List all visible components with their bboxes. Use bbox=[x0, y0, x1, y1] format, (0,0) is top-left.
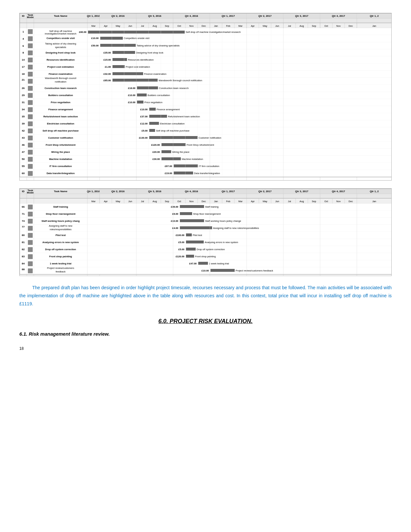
svg-rect-168 bbox=[20, 99, 392, 106]
svg-text:84: 84 bbox=[22, 262, 25, 265]
svg-text:Project cost estimation: Project cost estimation bbox=[47, 65, 74, 68]
svg-text:88: 88 bbox=[22, 268, 25, 271]
svg-rect-163 bbox=[28, 93, 33, 98]
svg-text:Jan: Jan bbox=[372, 25, 376, 27]
svg-text:IT firm consultation: IT firm consultation bbox=[49, 165, 72, 168]
svg-rect-430 bbox=[28, 269, 33, 273]
svg-text:Staff training: Staff training bbox=[205, 205, 219, 208]
svg-text:Builders consultation: Builders consultation bbox=[148, 94, 170, 97]
section-title: 6.0. PROJECT RISK EVALUATION. bbox=[19, 318, 392, 325]
svg-rect-219 bbox=[28, 143, 33, 147]
svg-rect-414 bbox=[28, 254, 33, 259]
svg-rect-381 bbox=[28, 226, 33, 231]
svg-text:Qtr 3, 2016: Qtr 3, 2016 bbox=[148, 190, 161, 193]
svg-text:notification: notification bbox=[55, 80, 66, 83]
svg-text:Assigning staff to new roles/r: Assigning staff to new roles/responsibil… bbox=[213, 227, 259, 230]
svg-text:Qtr 2, 2017: Qtr 2, 2017 bbox=[259, 190, 272, 193]
svg-text:Construction team research: Construction team research bbox=[159, 87, 189, 90]
svg-text:Staff training: Staff training bbox=[53, 205, 68, 208]
svg-rect-230 bbox=[161, 150, 171, 153]
svg-text:Aug: Aug bbox=[299, 25, 304, 27]
svg-rect-235 bbox=[28, 157, 33, 162]
svg-text:Self drop off machine investig: Self drop off machine investigation/mark… bbox=[186, 31, 241, 34]
svg-text:Sep: Sep bbox=[312, 200, 316, 203]
svg-text:Qtr 1, 2: Qtr 1, 2 bbox=[370, 15, 379, 17]
svg-rect-166 bbox=[137, 94, 147, 96]
svg-text:4: 4 bbox=[23, 37, 24, 40]
svg-text:Jul: Jul bbox=[288, 200, 291, 203]
svg-text:May: May bbox=[263, 25, 267, 27]
svg-text:May: May bbox=[116, 200, 120, 203]
svg-text:Electrician consultation: Electrician consultation bbox=[160, 122, 185, 125]
svg-text:£100.00: £100.00 bbox=[176, 234, 184, 237]
svg-text:Oct: Oct bbox=[324, 25, 328, 27]
svg-text:Qtr 1, 2016: Qtr 1, 2016 bbox=[87, 190, 100, 193]
svg-text:74: 74 bbox=[22, 220, 25, 222]
svg-text:Jul: Jul bbox=[288, 25, 291, 27]
svg-text:Dec: Dec bbox=[201, 200, 206, 203]
svg-text:Analysing errors in new system: Analysing errors in new system bbox=[43, 241, 79, 244]
svg-text:Feb: Feb bbox=[226, 200, 230, 203]
svg-text:Mar: Mar bbox=[92, 200, 96, 203]
gantt-chart-1: .gh { font-family: Arial, sans-serif; fo… bbox=[19, 13, 392, 181]
svg-text:Task Name: Task Name bbox=[54, 190, 67, 193]
svg-text:£50.00: £50.00 bbox=[91, 44, 99, 47]
subsection-title: 6.1. Risk management literature review. bbox=[19, 331, 392, 337]
svg-text:Jan: Jan bbox=[372, 200, 376, 203]
svg-text:£10.00: £10.00 bbox=[140, 108, 148, 111]
svg-text:Front shop painting: Front shop painting bbox=[49, 255, 72, 258]
svg-text:17: 17 bbox=[22, 65, 25, 68]
svg-text:IT firm consultation: IT firm consultation bbox=[199, 165, 219, 168]
gantt-chart-2: Qtr 1, 2016 Qtr 2, 2016 Qtr 3, 2016 Qtr … bbox=[19, 188, 392, 276]
svg-text:Shop floor rearrangement: Shop floor rearrangement bbox=[193, 212, 221, 215]
svg-text:£36.00: £36.00 bbox=[171, 205, 178, 208]
svg-text:6: 6 bbox=[23, 44, 24, 47]
svg-text:Apr: Apr bbox=[104, 200, 108, 203]
svg-text:Finance arrangement: Finance arrangement bbox=[157, 108, 180, 111]
svg-rect-190 bbox=[149, 115, 167, 118]
svg-text:Finance examination: Finance examination bbox=[144, 73, 166, 75]
svg-text:£35.00: £35.00 bbox=[103, 51, 111, 54]
svg-text:Oct: Oct bbox=[324, 200, 328, 203]
svg-rect-251 bbox=[28, 171, 33, 176]
svg-text:1 week testing trial: 1 week testing trial bbox=[50, 262, 71, 265]
svg-rect-97 bbox=[28, 36, 33, 41]
svg-rect-100 bbox=[100, 37, 123, 40]
svg-rect-422 bbox=[28, 261, 33, 266]
svg-text:£47.00: £47.00 bbox=[189, 262, 197, 265]
svg-text:Refurbishment team selection: Refurbishment team selection bbox=[43, 115, 78, 118]
svg-text:Data transfer/integration: Data transfer/integration bbox=[46, 172, 75, 175]
svg-text:Qtr 4, 2017: Qtr 4, 2017 bbox=[332, 190, 345, 193]
svg-text:Front shop painting: Front shop painting bbox=[195, 255, 216, 258]
svg-text:60: 60 bbox=[22, 172, 25, 175]
svg-text:Qtr 2, 2017: Qtr 2, 2017 bbox=[259, 15, 272, 17]
svg-text:83: 83 bbox=[22, 255, 25, 258]
svg-text:£10.00: £10.00 bbox=[91, 37, 99, 40]
svg-text:£80.00: £80.00 bbox=[79, 31, 86, 34]
svg-text:feedback: feedback bbox=[56, 270, 66, 273]
svg-rect-406 bbox=[28, 247, 33, 252]
svg-text:42: 42 bbox=[22, 129, 25, 132]
svg-text:Staff working hours policy cha: Staff working hours policy change bbox=[205, 220, 241, 222]
svg-text:1 week testing trial: 1 week testing trial bbox=[209, 262, 229, 265]
svg-text:Refurbishment team selection: Refurbishment team selection bbox=[168, 115, 200, 118]
svg-text:50: 50 bbox=[22, 158, 25, 161]
svg-text:Sep: Sep bbox=[165, 200, 169, 203]
svg-text:55: 55 bbox=[22, 165, 25, 168]
svg-text:14: 14 bbox=[22, 58, 25, 61]
svg-text:Qtr 4, 2016: Qtr 4, 2016 bbox=[185, 15, 198, 17]
svg-text:43: 43 bbox=[22, 136, 25, 139]
svg-text:£10.00: £10.00 bbox=[201, 269, 209, 272]
svg-rect-206 bbox=[149, 129, 155, 132]
svg-text:Qtr 1, 2017: Qtr 1, 2017 bbox=[222, 190, 235, 193]
svg-text:Nov: Nov bbox=[189, 25, 194, 27]
svg-text:Drop off system correction: Drop off system correction bbox=[197, 248, 225, 251]
svg-text:£5.00: £5.00 bbox=[178, 241, 184, 244]
svg-text:Wiring the place: Wiring the place bbox=[172, 151, 190, 153]
svg-text:Machine installation: Machine installation bbox=[49, 158, 72, 161]
svg-text:investigation/market research: investigation/market research bbox=[45, 32, 76, 35]
svg-text:Drop off system correction: Drop off system correction bbox=[45, 248, 76, 251]
svg-text:Jun: Jun bbox=[275, 25, 279, 27]
svg-text:Price negotiation: Price negotiation bbox=[51, 101, 71, 104]
svg-text:Customer notification: Customer notification bbox=[48, 136, 73, 139]
